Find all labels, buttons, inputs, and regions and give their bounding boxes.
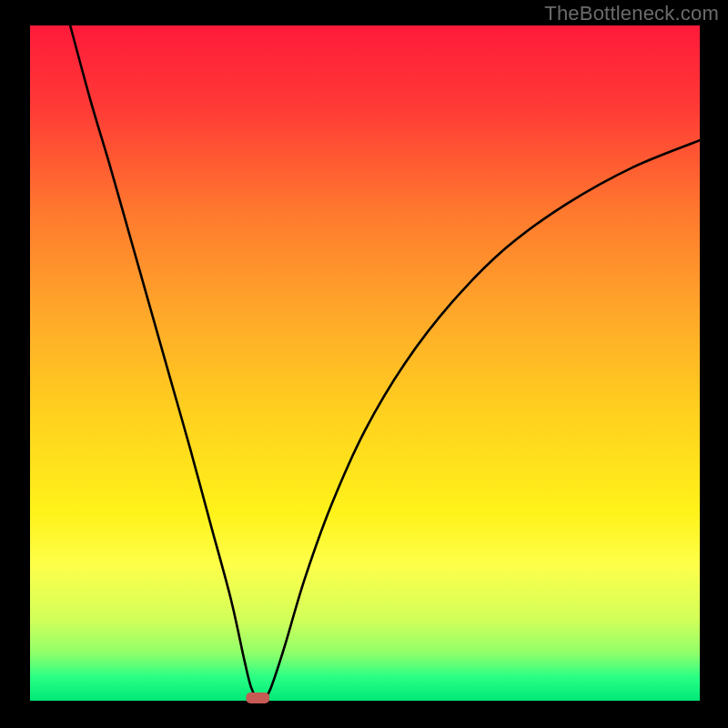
chart-frame: TheBottleneck.com — [0, 0, 728, 728]
minimum-marker — [246, 693, 269, 703]
bottleneck-chart — [0, 0, 728, 728]
watermark-text: TheBottleneck.com — [544, 2, 719, 25]
plot-background — [30, 25, 700, 701]
